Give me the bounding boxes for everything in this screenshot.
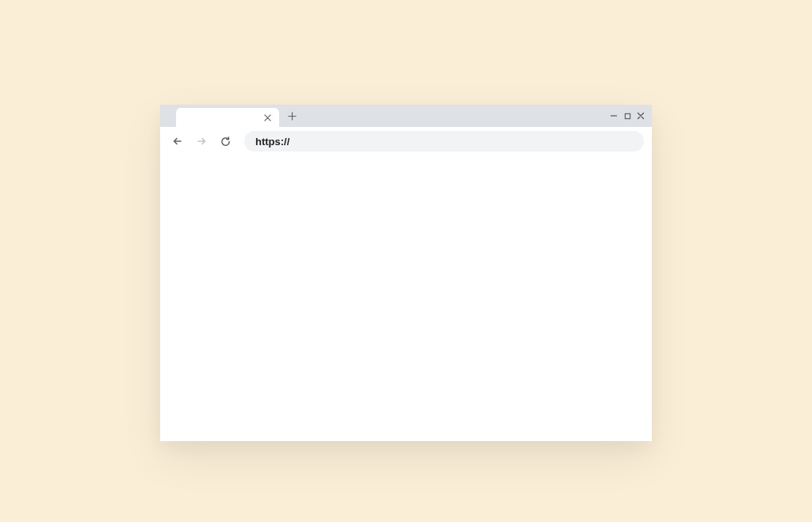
back-button[interactable] bbox=[168, 132, 187, 151]
arrow-left-icon bbox=[171, 135, 184, 148]
navigation-toolbar bbox=[160, 127, 652, 155]
minimize-icon bbox=[610, 112, 618, 120]
maximize-button[interactable] bbox=[622, 111, 632, 121]
tab-close-button[interactable] bbox=[262, 112, 273, 123]
browser-tab[interactable] bbox=[176, 108, 279, 127]
address-bar[interactable] bbox=[244, 131, 644, 152]
url-input[interactable] bbox=[255, 136, 633, 148]
new-tab-button[interactable] bbox=[282, 106, 301, 125]
forward-button[interactable] bbox=[192, 132, 211, 151]
maximize-icon bbox=[624, 113, 631, 120]
minimize-button[interactable] bbox=[609, 111, 619, 121]
browser-window bbox=[160, 105, 652, 441]
plus-icon bbox=[288, 112, 297, 121]
title-bar bbox=[160, 105, 652, 127]
svg-rect-0 bbox=[625, 113, 630, 118]
arrow-right-icon bbox=[195, 135, 208, 148]
close-window-button[interactable] bbox=[636, 111, 645, 121]
browser-viewport bbox=[160, 155, 652, 441]
close-icon bbox=[637, 112, 645, 120]
close-icon bbox=[264, 114, 271, 121]
window-controls bbox=[609, 111, 645, 121]
reload-button[interactable] bbox=[216, 132, 235, 151]
reload-icon bbox=[220, 136, 232, 148]
